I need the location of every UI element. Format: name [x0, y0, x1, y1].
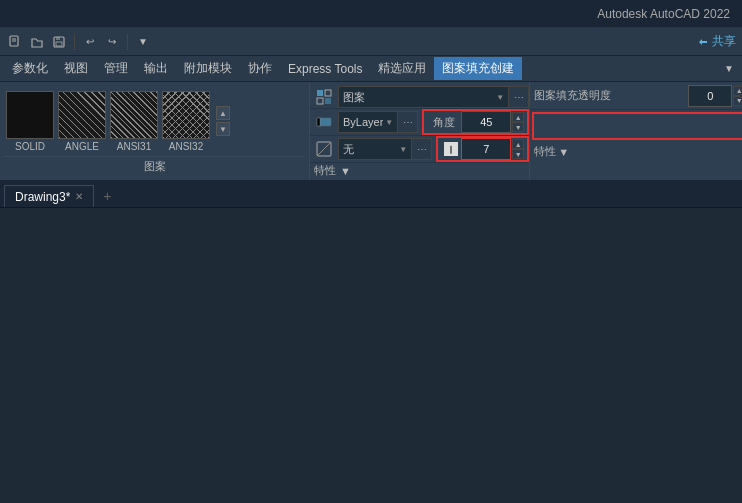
title-bar: Autodesk AutoCAD 2022 — [0, 0, 742, 28]
more-icon[interactable]: ▼ — [134, 33, 152, 51]
open-icon[interactable] — [28, 33, 46, 51]
color-icon — [315, 113, 333, 131]
quick-access-toolbar: ↩ ↪ ▼ 共享 — [0, 28, 742, 56]
tab-drawing3-label: Drawing3* — [15, 190, 70, 204]
transparency-row: 图案填充透明度 0 ▲ ▼ — [530, 82, 742, 110]
properties-arrow-icon: ▼ — [340, 165, 351, 177]
svg-rect-5 — [56, 42, 62, 46]
properties-footer: 特性 ▼ — [310, 163, 529, 178]
linetype-scroll-down[interactable]: ▼ — [512, 149, 524, 159]
redo-icon[interactable]: ↪ — [103, 33, 121, 51]
right-props-footer: 特性 ▼ — [530, 142, 742, 161]
svg-rect-6 — [317, 90, 323, 96]
pattern-ansi32[interactable]: ANSI32 — [162, 91, 210, 152]
tab-drawing3[interactable]: Drawing3* ✕ — [4, 185, 94, 207]
menu-addins[interactable]: 附加模块 — [176, 57, 240, 80]
ribbon: SOLID ANGLE ANSI31 ANSI32 — [0, 82, 742, 182]
svg-text:∥: ∥ — [449, 145, 453, 154]
menu-output[interactable]: 输出 — [136, 57, 176, 80]
share-button[interactable]: 共享 — [697, 33, 736, 50]
transparency-scroll: ▲ ▼ — [733, 86, 742, 106]
linetype-scroll: ▲ ▼ — [512, 139, 524, 159]
menu-parametric[interactable]: 参数化 — [4, 57, 56, 80]
transparency-scroll-down[interactable]: ▼ — [733, 96, 742, 106]
right-props-label: 特性 — [534, 144, 556, 159]
separator2 — [127, 34, 128, 50]
right-props-arrow: ▼ — [558, 146, 569, 158]
prop-row-bg: 无 ▼ ⋯ ∥ 7 ▲ ▼ — [310, 136, 529, 163]
svg-rect-8 — [317, 98, 323, 104]
angle-scroll: ▲ ▼ — [512, 112, 524, 132]
angle-value[interactable]: 45 — [461, 111, 511, 133]
undo-icon[interactable]: ↩ — [81, 33, 99, 51]
properties-label: 特性 — [314, 163, 336, 178]
bg-icon — [315, 140, 333, 158]
color-swatch-icon: ∥ — [444, 142, 458, 156]
menu-collaborate[interactable]: 协作 — [240, 57, 280, 80]
color-extra-btn[interactable]: ⋯ — [398, 111, 418, 133]
linetype-scroll-up[interactable]: ▲ — [512, 139, 524, 149]
menu-view[interactable]: 视图 — [56, 57, 96, 80]
angle-label: 角度 — [427, 115, 461, 130]
prop-row-color: ByLayer ▼ ⋯ 角度 45 ▲ ▼ — [310, 109, 529, 136]
svg-rect-11 — [317, 118, 320, 126]
tab-close-icon[interactable]: ✕ — [75, 191, 83, 202]
pattern-scroll-down[interactable]: ▼ — [216, 122, 230, 136]
pattern-scroll: ▲ ▼ — [216, 106, 230, 136]
add-tab-button[interactable]: + — [96, 185, 118, 207]
app-title: Autodesk AutoCAD 2022 — [597, 7, 730, 21]
menu-hatch[interactable]: 图案填充创建 — [434, 57, 522, 80]
right-properties: 图案填充透明度 0 ▲ ▼ 特性 ▼ — [529, 82, 742, 180]
pattern-solid[interactable]: SOLID — [6, 91, 54, 152]
transparency-value[interactable]: 0 — [688, 85, 732, 107]
svg-line-13 — [318, 143, 330, 155]
svg-rect-4 — [56, 37, 60, 40]
pattern-ansi31[interactable]: ANSI31 — [110, 91, 158, 152]
menu-manage[interactable]: 管理 — [96, 57, 136, 80]
pattern-section: SOLID ANGLE ANSI31 ANSI32 — [0, 82, 310, 180]
angle-row-right — [532, 112, 742, 140]
menu-featured[interactable]: 精选应用 — [370, 57, 434, 80]
svg-rect-7 — [325, 90, 331, 96]
new-icon[interactable] — [6, 33, 24, 51]
pattern-scroll-up[interactable]: ▲ — [216, 106, 230, 120]
linetype-value[interactable]: 7 — [461, 138, 511, 160]
pattern-dropdown[interactable]: 图案 ▼ — [338, 86, 509, 108]
bg-dropdown[interactable]: 无 ▼ — [338, 138, 412, 160]
pattern-icon — [315, 88, 333, 106]
tab-bar: Drawing3* ✕ + — [0, 182, 742, 208]
angle-scroll-up[interactable]: ▲ — [512, 112, 524, 122]
pattern-thumbnails: SOLID ANGLE ANSI31 ANSI32 — [4, 86, 305, 156]
separator — [74, 34, 75, 50]
prop-row-pattern: 图案 ▼ ⋯ — [310, 86, 529, 109]
pattern-angle[interactable]: ANGLE — [58, 91, 106, 152]
color-dropdown[interactable]: ByLayer ▼ — [338, 111, 398, 133]
pattern-extra-btn[interactable]: ⋯ — [509, 86, 529, 108]
transparency-label: 图案填充透明度 — [534, 88, 688, 103]
properties-panel: 图案 ▼ ⋯ ByLayer ▼ ⋯ 角度 — [310, 82, 529, 180]
menu-express[interactable]: Express Tools — [280, 59, 370, 79]
pattern-section-label: 图案 — [4, 156, 305, 176]
menu-bar: 参数化 视图 管理 输出 附加模块 协作 Express Tools 精选应用 … — [0, 56, 742, 82]
angle-scroll-down[interactable]: ▼ — [512, 122, 524, 132]
transparency-scroll-up[interactable]: ▲ — [733, 86, 742, 96]
save-icon[interactable] — [50, 33, 68, 51]
svg-rect-9 — [325, 98, 331, 104]
bg-extra-btn[interactable]: ⋯ — [412, 138, 432, 160]
ribbon-toggle-icon[interactable]: ▼ — [720, 60, 738, 78]
